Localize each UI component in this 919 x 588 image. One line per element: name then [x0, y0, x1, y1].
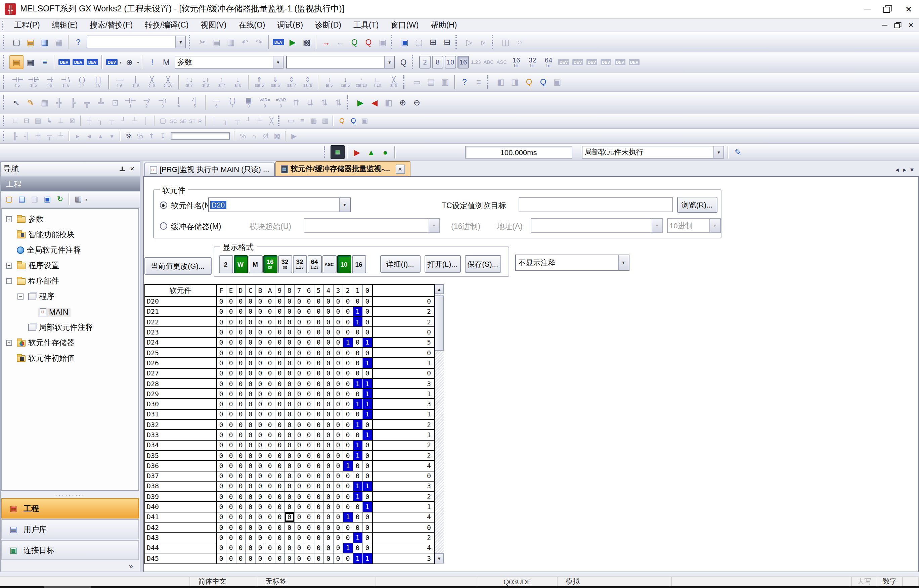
data-info-icon[interactable]: ▣: [41, 193, 54, 205]
ladder-9-icon[interactable]: VAR=9: [257, 96, 273, 108]
toolbar-grip[interactable]: [3, 116, 7, 126]
ladder-sF5-icon[interactable]: ⊣⊬sF5: [26, 76, 42, 88]
toolbar-grip[interactable]: [492, 35, 496, 49]
bit-cell[interactable]: 0: [363, 512, 373, 522]
bit-cell[interactable]: 0: [216, 348, 226, 358]
bit-cell[interactable]: 0: [314, 389, 324, 399]
module-configuration-icon[interactable]: ▦: [24, 55, 38, 69]
toolbar-grip[interactable]: [278, 116, 283, 126]
bit-cell[interactable]: 0: [236, 430, 246, 440]
menu-item-10[interactable]: 窗口(W): [384, 19, 425, 32]
bit-cell[interactable]: 0: [236, 553, 246, 564]
bit-cell[interactable]: 0: [226, 307, 236, 317]
bit-cell[interactable]: 0: [334, 410, 343, 419]
undo-icon[interactable]: ↶: [238, 35, 252, 49]
tree-item-程序部件[interactable]: −程序部件: [2, 273, 138, 289]
menu-item-3[interactable]: 搜索/替换(F): [84, 19, 139, 32]
value-cell[interactable]: 3: [373, 399, 434, 409]
value-cell[interactable]: 2: [373, 451, 434, 460]
ladder-F6-icon[interactable]: ⊣∕F6: [42, 76, 58, 88]
bit-cell[interactable]: 0: [275, 420, 285, 430]
online-change-icon[interactable]: ▶: [353, 95, 367, 110]
tree-expander-icon[interactable]: +: [6, 263, 12, 269]
bit-cell[interactable]: 0: [314, 420, 324, 430]
bit-cell[interactable]: 0: [343, 410, 353, 419]
dropdown-arrow-icon[interactable]: ▾: [85, 197, 87, 202]
bit-cell[interactable]: 0: [216, 379, 226, 389]
bit-cell[interactable]: 1: [353, 481, 363, 491]
remote-operation-icon[interactable]: ▣: [376, 35, 390, 49]
bit-cell[interactable]: 0: [295, 368, 304, 378]
bit-cell[interactable]: 0: [275, 399, 285, 409]
bit-cell[interactable]: 0: [304, 399, 314, 409]
menu-item-8[interactable]: 诊断(D): [309, 19, 347, 32]
pin-icon[interactable]: [119, 166, 124, 171]
value-cell[interactable]: 0: [373, 471, 434, 481]
bit-cell[interactable]: 0: [226, 379, 236, 389]
bit-cell[interactable]: 0: [265, 328, 275, 337]
bit-cell[interactable]: 0: [304, 317, 314, 327]
bit-cell[interactable]: 0: [255, 440, 265, 450]
toolbar-grip[interactable]: [403, 75, 408, 88]
menu-item-6[interactable]: 在线(O): [233, 19, 271, 32]
bit-cell[interactable]: 0: [285, 502, 295, 512]
bit-cell[interactable]: 0: [246, 492, 255, 501]
menu-item-11[interactable]: 帮助(H): [425, 19, 463, 32]
bit-cell[interactable]: 0: [334, 481, 343, 491]
bit-cell[interactable]: 0: [226, 420, 236, 430]
bit-cell[interactable]: 0: [285, 512, 295, 522]
bit-cell[interactable]: 0: [265, 512, 275, 522]
st-indent2-icon[interactable]: ╢: [21, 130, 32, 142]
io-system-monitor-icon[interactable]: ▩: [300, 35, 314, 49]
device-cell[interactable]: D30: [145, 399, 216, 409]
bit-cell[interactable]: 0: [255, 420, 265, 430]
tree-item-程序[interactable]: −程序: [2, 289, 138, 304]
bit-cell[interactable]: 0: [255, 430, 265, 440]
device-cell[interactable]: D21: [145, 307, 216, 317]
bit-cell[interactable]: 0: [255, 492, 265, 501]
bit-cell[interactable]: 0: [265, 481, 275, 491]
device-name-combo[interactable]: D20 ▼: [208, 197, 350, 212]
ladder-aF9-icon[interactable]: ╳aF9: [386, 76, 402, 88]
collapse-chevron[interactable]: »: [1, 561, 140, 572]
value-cell[interactable]: 1: [373, 389, 434, 399]
bit-cell[interactable]: 0: [304, 553, 314, 564]
dropdown-arrow-icon[interactable]: ▾: [120, 60, 121, 65]
bit-cell[interactable]: 0: [246, 317, 255, 327]
sfc-end-icon[interactable]: ⊥: [55, 115, 66, 127]
bit-cell[interactable]: 0: [236, 338, 246, 347]
modify-value-on-icon[interactable]: ⊞: [426, 35, 440, 49]
bit-cell[interactable]: 0: [324, 543, 334, 553]
bit-cell[interactable]: 0: [343, 317, 353, 327]
bit-cell[interactable]: 0: [255, 358, 265, 368]
format-32real-button[interactable]: 321.23: [292, 255, 307, 273]
value-cell[interactable]: 0: [373, 368, 434, 378]
format-hex-button[interactable]: 16: [352, 255, 366, 273]
bit-cell[interactable]: 0: [265, 451, 275, 460]
bit-cell[interactable]: 0: [343, 430, 353, 440]
bit-cell[interactable]: 0: [285, 533, 295, 543]
device-down-icon[interactable]: DEV: [627, 55, 641, 69]
bit-cell[interactable]: 0: [353, 328, 363, 337]
tip-lamp-icon[interactable]: !: [145, 55, 159, 69]
ladder-6-icon[interactable]: —6: [208, 96, 225, 108]
ladder-F5-icon[interactable]: ⊣⊢F5: [10, 76, 26, 88]
bit-cell[interactable]: 0: [275, 410, 285, 419]
menu-item-2[interactable]: 编辑(E): [46, 19, 84, 32]
word-32bit-icon[interactable]: 32bit: [524, 56, 541, 68]
bit-cell[interactable]: 0: [216, 368, 226, 378]
detail-button[interactable]: 详细(I)...: [380, 255, 420, 273]
bit-cell[interactable]: 0: [295, 399, 304, 409]
display-abc-icon[interactable]: ABC: [482, 59, 495, 65]
bit-cell[interactable]: 0: [246, 410, 255, 419]
bit-cell[interactable]: 0: [236, 307, 246, 317]
view-button-工程[interactable]: ▦工程: [2, 498, 139, 519]
bit-cell[interactable]: 0: [314, 451, 324, 460]
value-cell[interactable]: 2: [373, 440, 434, 450]
ladder-saF6-icon[interactable]: ⇓saF6: [267, 76, 284, 88]
menu-item-5[interactable]: 视图(V): [195, 19, 233, 32]
device-cell[interactable]: D42: [145, 522, 216, 532]
statement-icon[interactable]: ▤: [424, 75, 438, 89]
bit-cell[interactable]: 0: [246, 451, 255, 460]
bit-cell[interactable]: 0: [295, 410, 304, 419]
